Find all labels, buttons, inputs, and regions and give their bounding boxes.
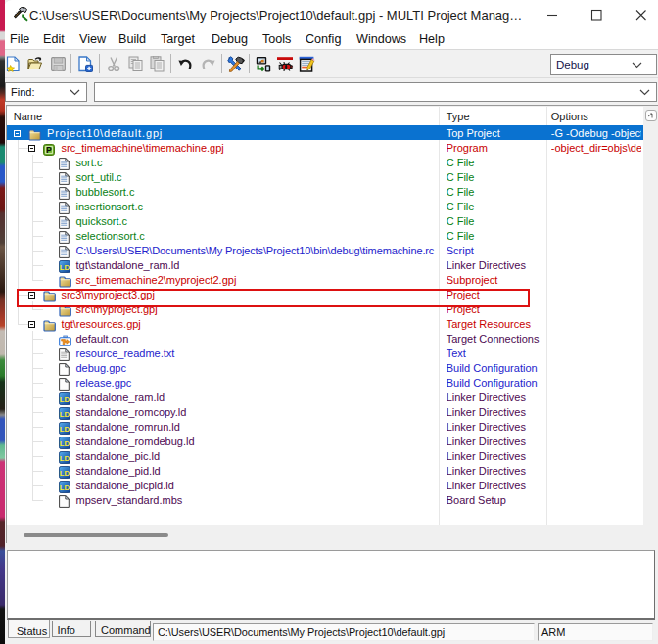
svg-text:LD: LD bbox=[60, 424, 70, 433]
svg-text:LD: LD bbox=[60, 394, 70, 403]
svg-text:LD: LD bbox=[60, 483, 70, 491]
svg-text:P: P bbox=[47, 146, 53, 155]
svg-text:LD: LD bbox=[60, 453, 70, 462]
svg-text:LD: LD bbox=[60, 409, 70, 418]
svg-text:LD: LD bbox=[60, 438, 70, 447]
svg-text:LD: LD bbox=[60, 468, 70, 477]
svg-text:LD: LD bbox=[60, 262, 70, 271]
